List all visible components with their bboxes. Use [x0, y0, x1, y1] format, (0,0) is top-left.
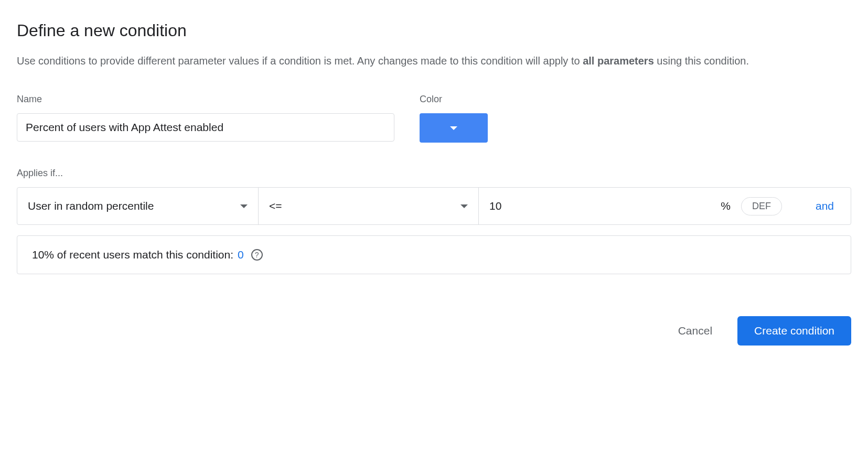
unit-label: %: [710, 200, 741, 212]
def-chip[interactable]: DEF: [741, 197, 782, 215]
match-prefix: 10% of recent users match this condition…: [32, 249, 233, 261]
color-label: Color: [420, 94, 488, 105]
dropdown-arrow-icon: [240, 204, 248, 208]
cancel-button[interactable]: Cancel: [670, 318, 721, 343]
condition-operator-text: <=: [269, 200, 282, 212]
match-summary: 10% of recent users match this condition…: [17, 235, 851, 274]
description-bold: all parameters: [583, 55, 654, 67]
create-condition-button[interactable]: Create condition: [737, 316, 851, 346]
name-label: Name: [17, 94, 394, 105]
condition-value-input[interactable]: [489, 200, 700, 212]
condition-type-dropdown[interactable]: User in random percentile: [17, 188, 259, 224]
name-field-group: Name: [17, 94, 394, 143]
applies-if-label: Applies if...: [17, 168, 851, 179]
name-input[interactable]: [17, 113, 394, 142]
match-count: 0: [238, 249, 244, 261]
page-title: Define a new condition: [17, 21, 851, 40]
dropdown-arrow-icon: [460, 204, 468, 208]
field-row: Name Color: [17, 94, 851, 143]
condition-row: User in random percentile <= % DEF and: [17, 187, 851, 225]
dropdown-triangle-icon: [450, 126, 457, 130]
description-before: Use conditions to provide different para…: [17, 55, 583, 67]
color-field-group: Color: [420, 94, 488, 143]
help-icon[interactable]: ?: [251, 249, 263, 261]
description-after: using this condition.: [654, 55, 749, 67]
and-link[interactable]: and: [799, 200, 851, 212]
condition-operator-dropdown[interactable]: <=: [259, 188, 479, 224]
condition-value-segment: [479, 188, 710, 224]
condition-type-text: User in random percentile: [28, 200, 154, 212]
color-picker-button[interactable]: [420, 113, 488, 143]
actions-row: Cancel Create condition: [17, 316, 851, 346]
description-text: Use conditions to provide different para…: [17, 53, 851, 69]
